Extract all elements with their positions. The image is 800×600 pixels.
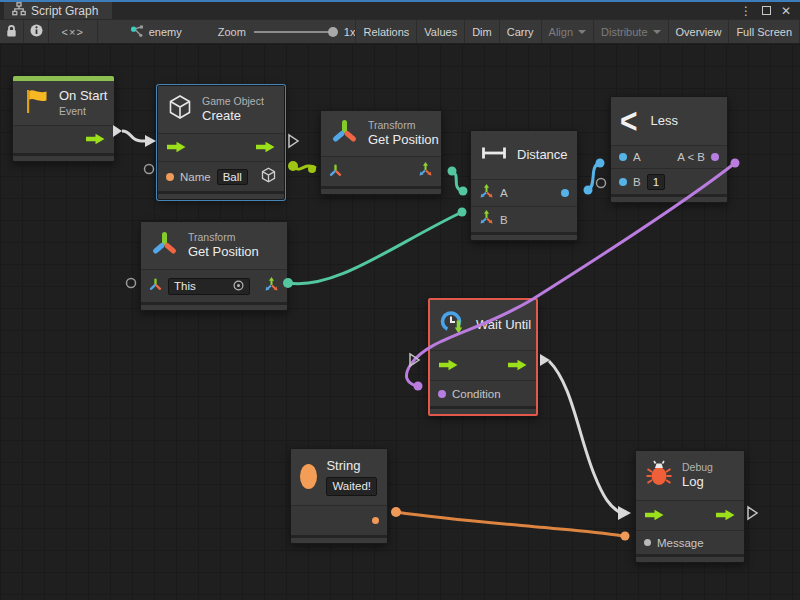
distribute-dropdown[interactable]: Distribute [594,20,668,43]
code-view-button[interactable]: <×> [49,20,98,43]
unity-script-graph-window: Script Graph ⋮ ✕ [0,0,800,600]
node-title: Create [202,108,264,124]
node-footer [430,406,536,414]
node-string[interactable]: String Waited! [290,448,388,544]
node-debug-log[interactable]: Debug Log Message [635,450,745,563]
vector3-output-port[interactable] [418,162,433,181]
default-value-indicator-create[interactable] [145,165,154,174]
node-category: Transform [368,119,439,132]
node-footer [611,194,727,202]
flow-out-port[interactable] [715,507,736,525]
node-less[interactable]: < Less A A < B B 1 [610,96,728,203]
node-on-start[interactable]: On Start Event [12,75,115,162]
node-footer [321,186,441,194]
toolbar-buttons: Relations Values Dim Carry Align Distrib… [355,20,800,43]
flow-out-port[interactable] [507,357,528,375]
node-footer [291,535,387,543]
title-bar: Script Graph ⋮ ✕ [0,2,800,19]
carry-button[interactable]: Carry [500,20,542,43]
chevron-down-icon [578,30,586,34]
wire-create-to-getposition [288,161,316,173]
graph-canvas[interactable]: On Start Event [0,44,800,600]
number-input-a-port[interactable] [619,153,627,161]
flow-in-port[interactable] [166,139,187,157]
zoom-slider[interactable] [254,31,336,33]
string-input-port[interactable] [166,173,174,181]
flow-in-port[interactable] [438,357,459,375]
transform-icon [150,230,179,261]
bool-output-port[interactable] [711,153,719,161]
node-get-position-bottom[interactable]: Transform Get Position This [140,221,288,311]
fullscreen-button[interactable]: Full Screen [729,20,800,43]
cube-icon [167,94,193,125]
code-icon: <×> [62,26,84,38]
game-object-out-port[interactable] [261,167,276,187]
tab-script-graph[interactable]: Script Graph [4,2,112,19]
transform-input-port[interactable] [149,277,162,295]
align-dropdown[interactable]: Align [542,20,594,43]
port-a-label: A [633,151,641,163]
default-value-indicator-getposition[interactable] [127,279,136,288]
zoom-slider-handle[interactable] [328,27,338,37]
node-wait-until[interactable]: Wait Until Condition [428,298,538,416]
target-field[interactable]: This [168,278,250,295]
vector3-input-b-port[interactable] [479,210,494,229]
relations-button[interactable]: Relations [355,20,417,43]
vector3-output-port[interactable] [264,277,279,296]
object-picker-icon[interactable] [233,280,244,293]
wire-getposition-to-distance-b [283,208,467,289]
port-a-label: A [500,187,508,199]
overview-button[interactable]: Overview [669,20,730,43]
graph-reference[interactable]: enemy [120,20,192,43]
flag-icon [22,87,50,119]
tab-title: Script Graph [31,4,98,18]
flow-out-indicator-debuglog[interactable] [748,507,757,519]
dim-button[interactable]: Dim [465,20,500,43]
string-value-field[interactable]: Waited! [326,477,377,495]
node-get-position-top[interactable]: Transform Get Position [320,110,442,195]
close-icon[interactable]: ✕ [778,3,794,18]
info-icon [30,24,43,39]
number-output-port[interactable] [561,189,569,197]
lock-button[interactable] [0,20,24,43]
message-input-port[interactable] [644,539,651,546]
b-value-field[interactable]: 1 [647,174,665,190]
wire-getposition-to-distance-a [448,167,468,196]
maximize-icon[interactable] [758,3,774,18]
name-value-field[interactable]: Ball [217,169,248,185]
default-value-indicator-less-b[interactable] [597,179,606,188]
node-distance[interactable]: Distance A [470,130,578,241]
info-button[interactable] [24,20,48,43]
flow-out-port[interactable] [255,139,276,157]
graph-name: enemy [149,26,182,38]
name-port-label: Name [180,171,211,183]
wire-onstart-to-create [113,125,156,147]
wait-clock-icon [439,309,467,341]
flow-in-port[interactable] [644,507,665,525]
wire-distance-to-less [584,159,605,195]
node-category: Debug [682,461,713,474]
flow-out-indicator-create[interactable] [289,135,298,147]
node-title: On Start [59,88,107,104]
string-output-port[interactable] [372,517,379,524]
number-input-b-port[interactable] [619,178,627,186]
node-footer [13,153,114,161]
values-button[interactable]: Values [417,20,465,43]
chevron-down-icon [653,30,661,34]
bug-icon [645,459,673,492]
port-b-label: B [633,176,641,188]
window-menu-icon[interactable]: ⋮ [738,3,754,18]
hierarchy-icon [12,2,26,20]
graph-icon [130,24,144,40]
flow-in-indicator-waituntil[interactable] [410,354,419,366]
flow-out-port[interactable] [85,131,106,149]
node-category: Transform [188,231,259,244]
condition-label: Condition [452,388,501,400]
distribute-label: Distribute [601,26,647,38]
node-create-game-object[interactable]: Game Object Create Name Ball [157,85,285,200]
node-title: Get Position [188,244,259,260]
transform-input-port[interactable] [329,163,342,181]
condition-input-port[interactable] [438,390,446,398]
port-b-label: B [500,214,508,226]
vector3-input-a-port[interactable] [479,184,494,203]
